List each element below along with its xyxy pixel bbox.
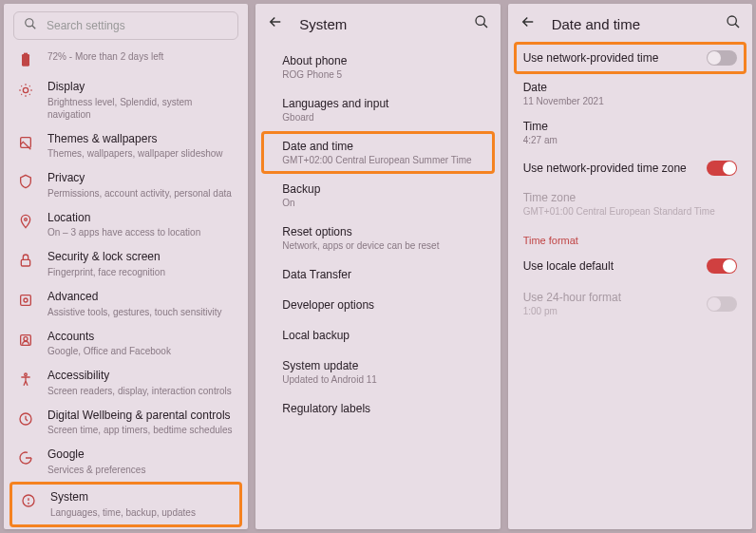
system-icon (20, 492, 37, 509)
timezone-row: Time zone GMT+01:00 Central European Sta… (514, 184, 747, 223)
network-time-row[interactable]: Use network-provided time (514, 42, 747, 74)
search-bar[interactable]: Search settings (13, 11, 238, 40)
search-icon[interactable] (474, 14, 489, 33)
svg-point-0 (26, 19, 33, 27)
svg-point-11 (24, 336, 28, 340)
datetime-header: Date and time (508, 4, 752, 42)
display-icon (17, 82, 34, 99)
svg-point-16 (28, 503, 29, 504)
date-row[interactable]: Date 11 November 2021 (514, 74, 747, 113)
settings-item-security[interactable]: Security & lock screenFingerprint, face … (9, 244, 242, 284)
settings-item-privacy[interactable]: PrivacyPermissions, account activity, pe… (9, 165, 242, 205)
accounts-icon (17, 332, 34, 349)
network-timezone-row[interactable]: Use network-provided time zone (514, 152, 747, 184)
settings-item-google[interactable]: GoogleServices & preferences (9, 442, 242, 482)
svg-rect-7 (21, 260, 29, 267)
themes-icon (17, 134, 34, 151)
settings-item-accessibility[interactable]: AccessibilityScreen readers, display, in… (9, 363, 242, 403)
system-item-reset[interactable]: Reset optionsNetwork, apps or device can… (261, 217, 494, 259)
settings-item-themes[interactable]: Themes & wallpapersThemes, wallpapers, w… (9, 126, 242, 166)
settings-item-advanced[interactable]: AdvancedAssistive tools, gestures, touch… (9, 284, 242, 324)
svg-line-20 (483, 24, 487, 28)
privacy-icon (17, 173, 34, 190)
settings-item-support[interactable]: SupportFAQ, ZenTalk, MyASUS (9, 527, 242, 529)
svg-line-1 (32, 26, 36, 29)
system-item-datetime[interactable]: Date and timeGMT+02:00 Central European … (261, 131, 494, 174)
use24-row: Use 24-hour format 1:00 pm (514, 282, 747, 325)
settings-item-location[interactable]: LocationOn – 3 apps have access to locat… (9, 205, 242, 245)
settings-item-display[interactable]: DisplayBrightness level, Splendid, syste… (9, 74, 242, 126)
settings-panel: Search settings 72% - More than 2 days l… (4, 4, 248, 529)
svg-point-9 (24, 298, 28, 302)
system-item-languages[interactable]: Languages and inputGboard (261, 88, 494, 131)
accessibility-icon (17, 371, 34, 388)
locale-default-row[interactable]: Use locale default (514, 250, 747, 282)
locale-default-toggle[interactable] (707, 258, 737, 274)
lock-icon (17, 252, 34, 269)
svg-rect-8 (21, 295, 31, 306)
back-icon[interactable] (267, 13, 284, 34)
google-icon (17, 449, 34, 466)
settings-item-system[interactable]: SystemLanguages, time, backup, updates (9, 482, 242, 527)
advanced-icon (17, 292, 34, 309)
time-row[interactable]: Time 4:27 am (514, 113, 747, 152)
wellbeing-icon (17, 410, 34, 428)
time-format-section: Time format (514, 223, 747, 250)
system-item-localbackup[interactable]: Local backup (261, 320, 494, 351)
svg-point-19 (476, 16, 484, 25)
location-icon (17, 213, 34, 230)
system-item-datatransfer[interactable]: Data Transfer (261, 259, 494, 290)
datetime-title: Date and time (552, 16, 726, 32)
system-header: System (255, 4, 500, 42)
search-icon[interactable] (726, 14, 741, 33)
svg-rect-3 (24, 53, 28, 54)
system-panel: System About phoneROG Phone 5 Languages … (255, 4, 500, 529)
settings-item-wellbeing[interactable]: Digital Wellbeing & parental controlsScr… (9, 403, 242, 443)
system-item-about[interactable]: About phoneROG Phone 5 (261, 46, 494, 88)
system-item-update[interactable]: System updateUpdated to Android 11 (261, 351, 494, 393)
svg-point-21 (728, 16, 736, 25)
battery-icon (17, 51, 34, 68)
back-icon[interactable] (520, 13, 537, 34)
search-placeholder: Search settings (47, 19, 125, 32)
settings-item-accounts[interactable]: AccountsGoogle, Office and Facebook (9, 324, 242, 364)
system-title: System (299, 16, 473, 32)
datetime-content: Use network-provided time Date 11 Novemb… (508, 42, 752, 325)
svg-point-12 (25, 373, 28, 376)
network-timezone-toggle[interactable] (707, 161, 737, 176)
system-item-backup[interactable]: BackupOn (261, 174, 494, 217)
svg-rect-2 (22, 54, 29, 67)
settings-list: 72% - More than 2 days left DisplayBrigh… (4, 44, 248, 529)
system-item-developer[interactable]: Developer options (261, 290, 494, 320)
settings-item-battery[interactable]: 72% - More than 2 days left (9, 44, 242, 74)
use24-toggle (707, 296, 737, 312)
system-item-regulatory[interactable]: Regulatory labels (261, 393, 494, 424)
system-list: About phoneROG Phone 5 Languages and inp… (255, 42, 500, 428)
datetime-panel: Date and time Use network-provided time … (508, 4, 752, 529)
search-icon (24, 17, 37, 34)
network-time-toggle[interactable] (707, 50, 737, 66)
svg-point-6 (25, 218, 28, 220)
svg-point-4 (23, 87, 28, 92)
svg-line-22 (735, 24, 739, 28)
